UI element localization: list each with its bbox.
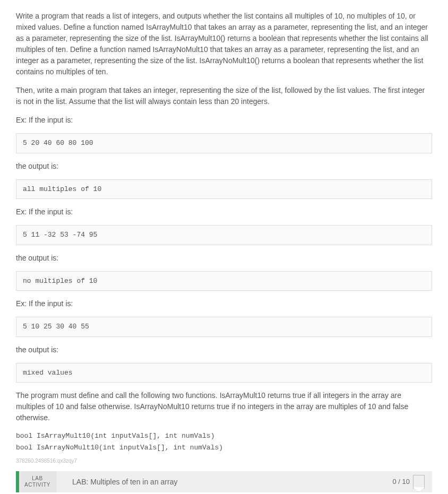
example-label: Ex: If the input is: — [16, 206, 432, 218]
output-label: the output is: — [16, 253, 432, 264]
example-input-2: 5 11 -32 53 -74 95 — [16, 225, 432, 245]
example-input-1: 5 20 40 60 80 100 — [16, 133, 432, 153]
example-label: Ex: If the input is: — [16, 298, 432, 309]
example-output-3: mixed values — [16, 363, 432, 383]
lab-title: LAB: Multiples of ten in an array — [56, 476, 177, 488]
example-input-3: 5 10 25 30 40 55 — [16, 317, 432, 337]
example-output-2: no multiples of 10 — [16, 271, 432, 291]
function-signature-1: bool IsArrayMult10(int inputVals[], int … — [16, 431, 432, 441]
watermark-id: 378260.2498516.qx3zqy7 — [16, 457, 432, 465]
lab-badge: LAB ACTIVITY — [19, 471, 56, 492]
function-signature-2: bool IsArrayNoMult10(int inputVals[], in… — [16, 443, 432, 453]
shield-icon — [413, 475, 425, 489]
output-label: the output is: — [16, 344, 432, 356]
example-output-1: all multiples of 10 — [16, 179, 432, 200]
output-label: the output is: — [16, 161, 432, 172]
lab-score: 0 / 10 — [392, 476, 410, 487]
lab-badge-line1: LAB — [24, 475, 50, 482]
lab-activity-banner: LAB ACTIVITY LAB: Multiples of ten in an… — [16, 471, 432, 492]
lab-badge-line2: ACTIVITY — [24, 482, 50, 488]
problem-main: Then, write a main program that takes an… — [16, 85, 432, 107]
problem-intro: Write a program that reads a list of int… — [16, 11, 432, 77]
requirements: The program must define and call the fol… — [16, 390, 432, 423]
example-label: Ex: If the input is: — [16, 115, 432, 126]
